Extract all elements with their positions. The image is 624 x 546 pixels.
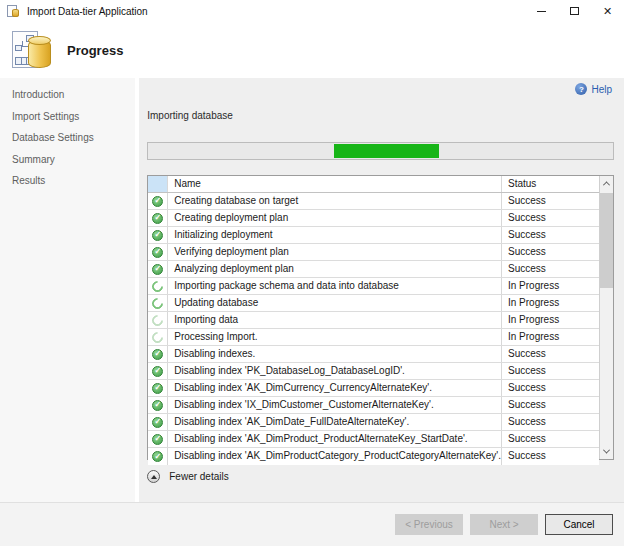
- importing-database-label: Importing database: [147, 110, 614, 121]
- maximize-button[interactable]: [558, 0, 591, 22]
- row-icon-cell: ✓: [148, 380, 168, 396]
- in-progress-spinner-icon: [150, 278, 166, 294]
- chevron-down-icon: [603, 447, 610, 454]
- success-icon: ✓: [152, 366, 163, 377]
- table-row[interactable]: ✓Disabling index 'AK_DimDate_FullDateAlt…: [148, 414, 599, 431]
- row-icon-cell: ✓: [148, 210, 168, 226]
- table-row[interactable]: ✓Disabling index 'AK_DimCurrency_Currenc…: [148, 380, 599, 397]
- minimize-button[interactable]: [525, 0, 558, 22]
- maximize-icon: [570, 7, 579, 15]
- task-name: Analyzing deployment plan: [168, 261, 502, 277]
- table-row[interactable]: Processing Import.In Progress: [148, 329, 599, 346]
- table-row[interactable]: ✓Analyzing deployment planSuccess: [148, 261, 599, 278]
- sidebar-item-results[interactable]: Results: [0, 170, 135, 192]
- wizard-header: Progress: [0, 22, 624, 78]
- data-tier-application-icon: [11, 29, 53, 71]
- success-icon: ✓: [152, 400, 163, 411]
- titlebar: Import Data-tier Application ✕: [0, 0, 624, 22]
- minimize-icon: [537, 11, 546, 12]
- sidebar-item-database-settings[interactable]: Database Settings: [0, 127, 135, 149]
- task-status: Success: [502, 210, 599, 226]
- cancel-button[interactable]: Cancel: [545, 514, 613, 535]
- task-name: Initializing deployment: [168, 227, 502, 243]
- table-row[interactable]: Importing dataIn Progress: [148, 312, 599, 329]
- table-row[interactable]: Updating databaseIn Progress: [148, 295, 599, 312]
- progress-task-table: Name Status ✓Creating database on target…: [147, 175, 614, 460]
- help-label: Help: [591, 84, 612, 95]
- table-row[interactable]: ✓Creating database on targetSuccess: [148, 193, 599, 210]
- task-status: Success: [502, 244, 599, 260]
- main-panel: ? Help Importing database Name Status ✓C…: [139, 78, 624, 502]
- table-row[interactable]: ✓Verifying deployment planSuccess: [148, 244, 599, 261]
- row-icon-cell: ✓: [148, 346, 168, 362]
- task-status: Success: [502, 397, 599, 413]
- icon-column-header: [148, 176, 168, 192]
- in-progress-spinner-icon: [150, 312, 166, 328]
- table-row[interactable]: ✓Disabling index 'AK_DimProductCategory_…: [148, 448, 599, 465]
- in-progress-spinner-icon: [150, 329, 166, 345]
- row-icon-cell: ✓: [148, 244, 168, 260]
- table-row[interactable]: ✓Initializing deploymentSuccess: [148, 227, 599, 244]
- arrow-up-icon: [151, 475, 157, 479]
- table-row[interactable]: ✓Disabling index 'IX_DimCustomer_Custome…: [148, 397, 599, 414]
- success-icon: ✓: [152, 383, 163, 394]
- task-status: Success: [502, 448, 599, 465]
- task-name: Processing Import.: [168, 329, 502, 345]
- row-icon-cell: ✓: [148, 397, 168, 413]
- scrollbar-thumb[interactable]: [600, 193, 613, 288]
- task-status: Success: [502, 227, 599, 243]
- fewer-details-toggle[interactable]: Fewer details: [147, 470, 267, 483]
- task-status: Success: [502, 380, 599, 396]
- task-status: Success: [502, 414, 599, 430]
- table-row[interactable]: ✓Disabling indexes.Success: [148, 346, 599, 363]
- scrollbar-track[interactable]: [600, 288, 613, 444]
- success-icon: ✓: [152, 417, 163, 428]
- help-icon: ?: [575, 83, 587, 95]
- fewer-details-label: Fewer details: [169, 471, 228, 482]
- task-status: In Progress: [502, 278, 599, 294]
- success-icon: ✓: [152, 434, 163, 445]
- task-name: Disabling index 'IX_DimCustomer_Customer…: [168, 397, 502, 413]
- task-status: Success: [502, 261, 599, 277]
- row-icon-cell: [148, 278, 168, 294]
- next-button[interactable]: Next >: [470, 514, 538, 535]
- window-title: Import Data-tier Application: [27, 6, 148, 17]
- task-name: Disabling index 'AK_DimCurrency_Currency…: [168, 380, 502, 396]
- success-icon: ✓: [152, 213, 163, 224]
- task-name: Disabling index 'PK_DatabaseLog_Database…: [168, 363, 502, 379]
- task-name: Creating database on target: [168, 193, 502, 209]
- success-icon: ✓: [152, 247, 163, 258]
- task-status: Success: [502, 363, 599, 379]
- sidebar-item-summary[interactable]: Summary: [0, 149, 135, 171]
- scroll-down-button[interactable]: [600, 444, 613, 459]
- app-icon: [7, 5, 20, 18]
- table-row[interactable]: Importing package schema and data into d…: [148, 278, 599, 295]
- help-link[interactable]: ? Help: [575, 83, 612, 95]
- row-icon-cell: ✓: [148, 431, 168, 447]
- table-header: Name Status: [148, 176, 599, 193]
- row-icon-cell: ✓: [148, 261, 168, 277]
- wizard-steps-sidebar: IntroductionImport SettingsDatabase Sett…: [0, 78, 135, 502]
- in-progress-spinner-icon: [150, 295, 166, 311]
- task-status: In Progress: [502, 329, 599, 345]
- table-row[interactable]: ✓Disabling index 'PK_DatabaseLog_Databas…: [148, 363, 599, 380]
- progress-bar: [147, 142, 614, 160]
- sidebar-item-import-settings[interactable]: Import Settings: [0, 106, 135, 128]
- footer-button-bar: < Previous Next > Cancel: [0, 502, 624, 546]
- success-icon: ✓: [152, 451, 163, 462]
- table-row[interactable]: ✓Creating deployment planSuccess: [148, 210, 599, 227]
- task-status: Success: [502, 431, 599, 447]
- sidebar-item-introduction[interactable]: Introduction: [0, 84, 135, 106]
- scroll-up-button[interactable]: [600, 176, 613, 191]
- vertical-scrollbar[interactable]: [599, 176, 613, 459]
- task-name: Verifying deployment plan: [168, 244, 502, 260]
- table-body: ✓Creating database on targetSuccess✓Crea…: [148, 193, 599, 465]
- name-column-header[interactable]: Name: [168, 176, 502, 192]
- previous-button[interactable]: < Previous: [395, 514, 463, 535]
- row-icon-cell: ✓: [148, 193, 168, 209]
- progress-bar-segment: [334, 144, 439, 158]
- table-row[interactable]: ✓Disabling index 'AK_DimProduct_ProductA…: [148, 431, 599, 448]
- close-button[interactable]: ✕: [591, 0, 624, 22]
- task-status: Success: [502, 346, 599, 362]
- status-column-header[interactable]: Status: [502, 176, 599, 192]
